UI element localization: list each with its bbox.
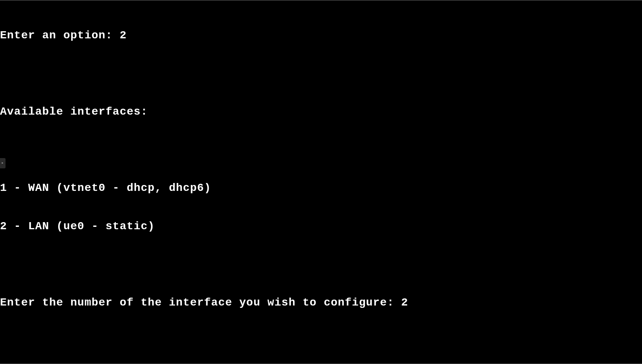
terminal-line: Enter an option: 2 bbox=[0, 29, 642, 42]
chevron-right-icon: ▸ bbox=[1, 161, 4, 166]
terminal-line: Enter the number of the interface you wi… bbox=[0, 296, 642, 309]
terminal-line: 2 - LAN (ue0 - static) bbox=[0, 220, 642, 233]
terminal-line bbox=[0, 68, 642, 80]
terminal-line: 1 - WAN (vtnet0 - dhcp, dhcp6) bbox=[0, 182, 642, 194]
panel-expand-handle[interactable]: ▸ bbox=[0, 158, 6, 168]
terminal-line: Available interfaces: bbox=[0, 106, 642, 118]
terminal-line bbox=[0, 144, 642, 157]
terminal-line bbox=[0, 334, 642, 347]
terminal-output: Enter an option: 2 Available interfaces:… bbox=[0, 4, 642, 364]
terminal-line bbox=[0, 258, 642, 271]
